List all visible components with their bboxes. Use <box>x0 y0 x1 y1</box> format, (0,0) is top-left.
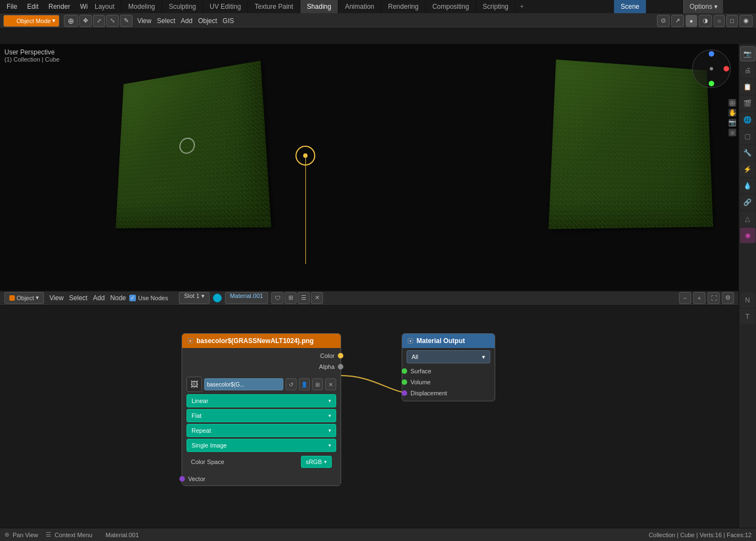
color-space-label: Color Space <box>191 459 298 465</box>
image-user-button[interactable]: 👤 <box>299 378 310 390</box>
output-properties[interactable]: 🖨 <box>740 63 755 78</box>
material-properties[interactable]: ◉ <box>740 228 755 243</box>
tab-texture-paint[interactable]: Texture Paint <box>248 0 300 13</box>
viewport-shading-wire[interactable]: □ <box>726 15 738 27</box>
object-properties[interactable]: ▢ <box>740 129 755 144</box>
image-name-button[interactable]: basecolor$(G... <box>204 378 283 390</box>
header-bar: Object Mode ▾ ⊕ ✥ ⤢ ⤡ ✎ View Select Add … <box>0 13 756 29</box>
projection-dropdown[interactable]: Flat ▾ <box>187 409 336 422</box>
viewport-perspective: User Perspective <box>4 48 59 56</box>
tab-animation[interactable]: Animation <box>338 0 381 13</box>
socket-displacement-row: Displacement <box>402 388 495 401</box>
modifier-properties[interactable]: 🔧 <box>740 145 755 161</box>
render-preview[interactable]: ◉ <box>739 15 753 27</box>
shader-rt-btn1[interactable]: N <box>740 292 755 308</box>
tab-rendering[interactable]: Rendering <box>381 0 425 13</box>
node-mat-collapse-icon[interactable]: ▾ <box>408 338 413 344</box>
socket-volume-in[interactable] <box>402 379 407 385</box>
settings-icon[interactable]: ⚙ <box>722 292 734 304</box>
socket-vector-in[interactable] <box>179 476 185 482</box>
material-output-all-dropdown[interactable]: All ▾ <box>407 350 490 363</box>
gizmo-toggle[interactable]: ↗ <box>671 15 684 27</box>
node-image-texture-title: basecolor$(GRASSNewALT1024).png <box>196 337 314 345</box>
shader-view-menu[interactable]: View <box>50 294 64 302</box>
add-menu[interactable]: Add <box>181 17 193 25</box>
color-space-button[interactable]: sRGB ▾ <box>301 456 332 468</box>
tab-layout[interactable]: Layout <box>88 0 122 13</box>
image-preview-button[interactable]: 🖼 <box>187 377 202 392</box>
tab-modeling[interactable]: Modeling <box>122 0 162 13</box>
interpolation-dropdown[interactable]: Linear ▾ <box>187 394 336 407</box>
object-mode-button[interactable]: Object Mode ▾ <box>3 15 59 27</box>
shader-select-menu[interactable]: Select <box>69 294 87 302</box>
transform-tool[interactable]: ⤢ <box>93 15 105 27</box>
list-view-icon[interactable]: ☰ <box>298 292 310 304</box>
image-close-button[interactable]: ✕ <box>325 378 336 390</box>
constraints-properties[interactable]: 🔗 <box>740 195 755 210</box>
viewport-gizmo[interactable] <box>692 49 736 93</box>
cursor-line <box>305 154 306 264</box>
particles-properties[interactable]: ⚡ <box>740 162 755 177</box>
extension-dropdown[interactable]: Repeat ▾ <box>187 424 336 437</box>
use-nodes-toggle[interactable]: ✓ Use Nodes <box>129 295 168 301</box>
world-properties[interactable]: 🌐 <box>740 112 755 128</box>
zoom-out-icon[interactable]: − <box>679 292 691 304</box>
shader-editor: Object ▾ View Select Add Node ✓ Use Node… <box>0 290 738 528</box>
shader-mode-button[interactable]: Object ▾ <box>4 292 44 304</box>
scale-tool[interactable]: ⤡ <box>106 15 119 27</box>
camera-icon[interactable]: 📷 <box>728 119 736 126</box>
tab-compositing[interactable]: Compositing <box>426 0 476 13</box>
tab-shading[interactable]: Shading <box>300 0 338 13</box>
physics-properties[interactable]: 💧 <box>740 178 755 194</box>
material-button[interactable]: Material.001 <box>225 292 269 304</box>
move-tool[interactable]: ✥ <box>79 15 92 27</box>
image-reload-button[interactable]: ↺ <box>286 378 297 390</box>
shield-icon[interactable]: 🛡 <box>271 292 283 304</box>
hand-icon[interactable]: ✋ <box>728 109 736 117</box>
status-left: ⊕ Pan View ☰ Context Menu <box>4 531 92 538</box>
shader-rt-btn2[interactable]: T <box>740 309 755 324</box>
cursor-icon[interactable]: ⊕ <box>728 99 736 107</box>
node-collapse-icon[interactable]: ▾ <box>188 338 193 344</box>
zoom-in-icon[interactable]: + <box>693 292 705 304</box>
scene-properties[interactable]: 🎬 <box>740 96 755 111</box>
render-properties[interactable]: 📷 <box>740 46 755 62</box>
select-menu[interactable]: Select <box>157 17 175 25</box>
gis-menu[interactable]: GIS <box>223 17 234 25</box>
socket-alpha-out[interactable] <box>338 364 343 369</box>
node-image-texture[interactable]: ▾ basecolor$(GRASSNewALT1024).png Color … <box>182 333 341 486</box>
object-mode-label: Object Mode <box>17 18 51 24</box>
object-menu[interactable]: Object <box>198 17 217 25</box>
view-menu[interactable]: View <box>137 17 151 25</box>
options-button[interactable]: Options ▾ <box>683 0 723 13</box>
shader-add-menu[interactable]: Add <box>93 294 105 302</box>
viewport-overlays[interactable]: ⊙ <box>657 15 670 27</box>
image-selector-row: 🖼 basecolor$(G... ↺ 👤 ⊞ ✕ <box>187 377 336 392</box>
tab-sculpting[interactable]: Sculpting <box>162 0 203 13</box>
fullscreen-icon[interactable]: ⛶ <box>708 292 720 304</box>
menu-render[interactable]: Render <box>44 2 74 12</box>
node-material-output[interactable]: ▾ Material Output All ▾ Surface Volume D… <box>402 333 495 401</box>
close-icon[interactable]: ✕ <box>311 292 323 304</box>
grid-view-icon[interactable]: ⊞ <box>284 292 297 304</box>
shader-node-menu[interactable]: Node <box>110 294 126 302</box>
tab-uv-editing[interactable]: UV Editing <box>203 0 248 13</box>
socket-color-out[interactable] <box>338 353 343 358</box>
image-grid-button[interactable]: ⊞ <box>312 378 323 390</box>
tab-add[interactable]: + <box>516 2 528 12</box>
tab-scripting[interactable]: Scripting <box>476 0 516 13</box>
source-dropdown[interactable]: Single Image ▾ <box>187 439 336 452</box>
socket-surface-in[interactable] <box>402 368 407 374</box>
menu-file[interactable]: File <box>2 2 21 12</box>
view-layer-properties[interactable]: 📋 <box>740 79 755 95</box>
slot-button[interactable]: Slot 1 ▾ <box>179 292 209 304</box>
viewport-shading-material[interactable]: ◑ <box>699 15 712 27</box>
viewport-shading-solid[interactable]: ● <box>686 15 697 27</box>
socket-displacement-in[interactable] <box>402 390 407 396</box>
annotation-tool[interactable]: ✎ <box>120 15 133 27</box>
menu-edit[interactable]: Edit <box>23 2 43 12</box>
object-data-properties[interactable]: △ <box>740 211 755 227</box>
cursor-tool[interactable]: ⊕ <box>64 15 78 27</box>
viewport-shading-render[interactable]: ○ <box>714 15 725 27</box>
grid-icon[interactable]: ⊞ <box>728 129 736 136</box>
